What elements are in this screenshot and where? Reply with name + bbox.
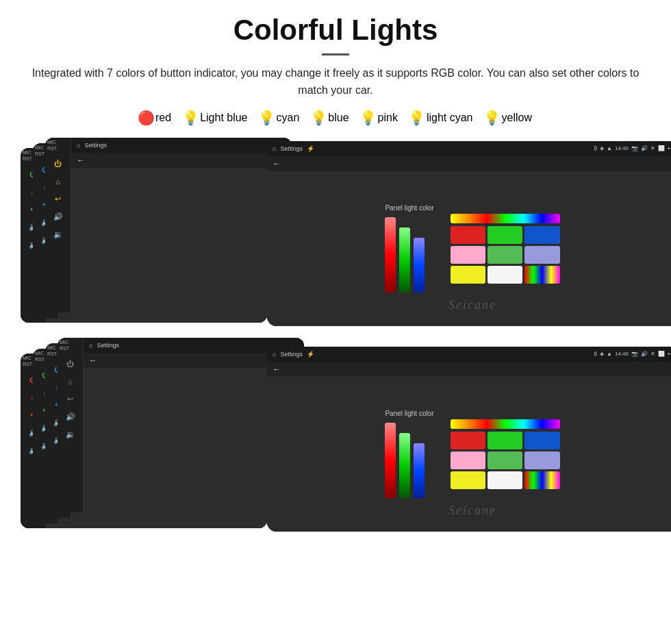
main-panel-body-top: Panel light color [267, 171, 671, 326]
main-panel-body-bottom: Panel light color [267, 377, 671, 532]
main-content-top: ⌂ Settings ⚡ ₿ ◈ ▲ 14:40 📷 [267, 141, 671, 326]
back-icon-3: ↩ [51, 193, 65, 206]
bulb-cyan: 💡 [260, 109, 274, 127]
color-bars-bottom [385, 423, 433, 498]
rst-label-1: RST [23, 156, 32, 161]
panel-light-label-bottom: Panel light color [385, 410, 433, 417]
window-icon-bottom[interactable]: ⬜ [658, 351, 665, 357]
home-icon-3: ⌂ [51, 175, 65, 188]
color-grid-top [451, 226, 560, 284]
bulb-yellow: 💡 [485, 109, 499, 127]
page-title: Colorful Lights [21, 14, 650, 47]
camera-icon: 📷 [631, 145, 638, 151]
swatch-grid-top [451, 214, 560, 284]
bottom-stacked-devices: MIC RST ⏻ ⌂ ↩ 🔊 🔉 ⌂ [21, 343, 650, 545]
bar-red-top [385, 217, 396, 293]
swatch-red-bottom [451, 432, 485, 449]
bottom-sidebar-4: MIC RST ⏻ ⌂ ↩ 🔊 🔉 [58, 338, 84, 512]
color-grid-bottom [451, 432, 560, 489]
usb-icon-bottom: ⚡ [307, 351, 314, 358]
panel-light-section-bottom: Panel light color [385, 410, 433, 498]
bar-red-bottom [385, 423, 396, 498]
top-stacked-devices: MIC RST ⏻ ⌂ ↩ 🔊 🔉 ⌂ [21, 138, 650, 333]
swatch-green-bottom [488, 432, 522, 449]
bar-blue-bottom [414, 443, 425, 498]
sidebar-3: MIC RST ⏻ ⌂ ↩ 🔊 🔉 [45, 138, 71, 312]
bulb-pink: 💡 [362, 109, 375, 127]
label-blue: blue [328, 112, 349, 124]
rainbow-swatch-top [451, 214, 560, 223]
bulb-lightblue: 💡 [183, 109, 197, 127]
signal-icon-bottom: ▲ [607, 351, 612, 357]
bar-green-bottom [399, 433, 410, 498]
back-btn-main-bottom[interactable]: ← [273, 364, 281, 374]
back-btn-3[interactable]: ← [77, 156, 85, 165]
color-item-red: 🔴 red [139, 109, 171, 127]
wifi-icon-bottom: ◈ [600, 351, 604, 357]
swatch-lgreen-bottom [488, 451, 522, 469]
bar-green-top [399, 227, 410, 293]
bottom-back-4: ↩ [64, 393, 77, 406]
bottom-back-btn-4[interactable]: ← [89, 356, 97, 365]
top-device-3: MIC RST ⏻ ⌂ ↩ 🔊 🔉 ⌂ [45, 138, 292, 312]
settings-label-main: Settings [280, 145, 303, 152]
swatch-green-top [488, 226, 522, 244]
settings-nav-3: Settings [84, 142, 107, 149]
swatch-yellow-top [451, 266, 485, 284]
bottom-rst-1: RST [23, 362, 32, 367]
status-right-main-top: ₿ ◈ ▲ 14:40 📷 🔊 ✕ ⬜ ↩ [594, 145, 671, 151]
page-description: Integrated with 7 colors of button indic… [21, 65, 650, 99]
main-content-bottom: ⌂ Settings ⚡ ₿ ◈ ▲ 14:40 📷 [267, 347, 671, 532]
close-icon-bottom[interactable]: ✕ [650, 351, 655, 357]
swatch-purple-top [524, 246, 559, 264]
swatch-white-bottom [488, 471, 522, 489]
status-bar-main-top: ⌂ Settings ⚡ ₿ ◈ ▲ 14:40 📷 [267, 141, 671, 156]
rst-label-2: RST [35, 151, 45, 156]
label-red: red [155, 112, 171, 124]
status-bar-3: ⌂ Settings [71, 138, 292, 153]
back-nav-icon[interactable]: ↩ [668, 145, 671, 151]
color-item-lightblue: 💡 Light blue [183, 109, 247, 127]
panel-body-3 [71, 168, 292, 312]
swatch-multi-top [524, 266, 559, 284]
page-container: Colorful Lights Integrated with 7 colors… [0, 0, 671, 644]
color-item-yellow: 💡 yellow [485, 109, 532, 127]
bottom-panel-row: MIC RST ⏻ ⌂ ↩ 🔊 🔉 ⌂ [21, 343, 650, 545]
main-screen-top: ⌂ Settings ⚡ ₿ ◈ ▲ 14:40 📷 [267, 141, 671, 326]
bottom-home-4: ⌂ [64, 375, 77, 388]
top-main-device: ⌂ Settings ⚡ ₿ ◈ ▲ 14:40 📷 [267, 141, 671, 326]
status-left-main-bottom: ⌂ Settings ⚡ [273, 351, 314, 358]
bottom-mic-1: MIC [23, 356, 31, 360]
title-divider [322, 53, 349, 55]
window-icon[interactable]: ⬜ [658, 145, 665, 151]
time-display-bottom: 14:40 [615, 351, 629, 357]
volume-icon: 🔊 [641, 145, 648, 151]
settings-label-main-bottom: Settings [280, 351, 303, 358]
status-left-3: ⌂ Settings [77, 142, 107, 149]
back-btn-main-top[interactable]: ← [273, 159, 281, 169]
main-content-3: ⌂ Settings ← [71, 138, 292, 312]
swatch-multi-bottom [524, 471, 559, 489]
nav-bar-main-bottom: ← [267, 362, 671, 377]
label-lightcyan: light cyan [427, 112, 473, 124]
back-nav-icon-bottom[interactable]: ↩ [668, 351, 671, 357]
bt-icon-bottom: ₿ [594, 351, 597, 357]
swatch-purple-bottom [524, 451, 559, 469]
screen-3: MIC RST ⏻ ⌂ ↩ 🔊 🔉 ⌂ [45, 138, 292, 312]
label-pink: pink [378, 112, 398, 124]
bulb-blue: 💡 [312, 109, 325, 127]
power-icon-3: ⏻ [51, 157, 65, 171]
mic-label-1: MIC [23, 150, 31, 155]
swatch-pink-top [451, 246, 485, 264]
close-icon[interactable]: ✕ [650, 145, 655, 151]
color-labels-row: 🔴 red 💡 Light blue 💡 cyan 💡 blue 💡 pink … [21, 109, 650, 127]
status-right-main-bottom: ₿ ◈ ▲ 14:40 📷 🔊 ✕ ⬜ ↩ [594, 351, 671, 357]
signal-icon: ▲ [607, 145, 612, 151]
vol-dn-icon-3: 🔉 [51, 228, 65, 242]
wifi-icon: ◈ [600, 145, 604, 151]
swatch-lgreen-top [488, 246, 522, 264]
main-screen-bottom: ⌂ Settings ⚡ ₿ ◈ ▲ 14:40 📷 [267, 347, 671, 532]
color-item-pink: 💡 pink [362, 109, 398, 127]
swatch-blue-bottom [524, 432, 559, 449]
time-display: 14:40 [615, 145, 629, 151]
